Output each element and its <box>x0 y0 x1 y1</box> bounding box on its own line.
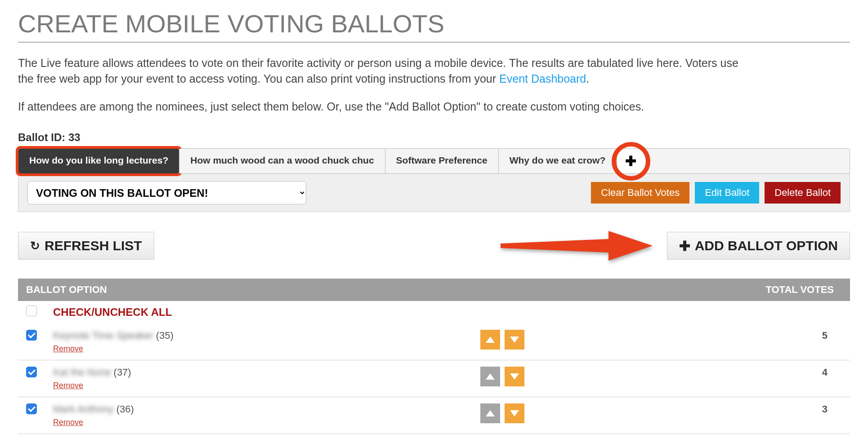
move-down-button[interactable] <box>505 367 524 386</box>
move-up-button[interactable] <box>480 403 500 423</box>
action-row: ↻ REFRESH LIST ✚ ADD BALLOT OPTION <box>18 230 850 261</box>
ballot-id-value: 33 <box>68 131 81 143</box>
move-down-button[interactable] <box>505 403 524 423</box>
total-votes-value: 4 <box>751 360 850 397</box>
ballot-tabs: How do you like long lectures? How much … <box>18 148 850 174</box>
add-option-label: ADD BALLOT OPTION <box>695 238 838 253</box>
check-all-checkbox[interactable] <box>26 306 37 316</box>
add-ballot-tab[interactable]: ✚ <box>617 149 644 173</box>
remove-link[interactable]: Remove <box>53 381 464 390</box>
clear-ballot-votes-button[interactable]: Clear Ballot Votes <box>591 182 689 204</box>
row-checkbox[interactable] <box>26 403 37 414</box>
tab-ballot-0[interactable]: How do you like long lectures? <box>18 149 179 173</box>
tab-ballot-1[interactable]: How much wood can a wood chuck chuc <box>179 149 385 173</box>
arrow-down-icon <box>510 337 519 343</box>
intro-suffix: . <box>586 72 589 85</box>
row-checkbox[interactable] <box>26 367 37 377</box>
option-count: (35) <box>156 330 174 341</box>
delete-ballot-button[interactable]: Delete Ballot <box>765 182 841 204</box>
refresh-list-button[interactable]: ↻ REFRESH LIST <box>18 232 154 260</box>
tab-ballot-2[interactable]: Software Preference <box>385 149 499 173</box>
option-name: Kat the None <box>53 367 111 378</box>
row-checkbox[interactable] <box>26 330 37 341</box>
move-up-button[interactable] <box>480 330 500 350</box>
ballot-options-table: BALLOT OPTION TOTAL VOTES CHECK/UNCHECK … <box>18 279 850 434</box>
arrow-down-icon <box>510 410 519 416</box>
move-up-button[interactable] <box>480 367 500 386</box>
ballot-id: Ballot ID: 33 <box>18 131 850 144</box>
table-row: Kat the None (37) Remove 4 <box>18 360 850 397</box>
remove-link[interactable]: Remove <box>53 344 464 354</box>
ballot-toolbar: VOTING ON THIS BALLOT OPEN! Clear Ballot… <box>18 174 850 212</box>
refresh-icon: ↻ <box>30 239 40 253</box>
arrow-up-icon <box>486 337 495 343</box>
annotation-arrow-icon <box>501 230 653 261</box>
add-ballot-option-button[interactable]: ✚ ADD BALLOT OPTION <box>667 232 850 260</box>
plus-icon: ✚ <box>625 153 636 169</box>
arrow-down-icon <box>510 373 519 380</box>
table-row: Keynote Time Speaker (35) Remove 5 <box>18 323 850 360</box>
refresh-label: REFRESH LIST <box>45 238 142 253</box>
option-name: Mark Anthony <box>53 403 114 415</box>
intro-prefix: The Live feature allows attendees to vot… <box>18 57 738 85</box>
voting-status-select[interactable]: VOTING ON THIS BALLOT OPEN! <box>27 181 306 204</box>
total-votes-value: 5 <box>751 323 850 360</box>
option-count: (36) <box>116 403 134 415</box>
plus-icon: ✚ <box>679 238 690 254</box>
col-header-votes: TOTAL VOTES <box>751 279 850 301</box>
page-title: CREATE MOBILE VOTING BALLOTS <box>18 9 850 43</box>
table-row: Mark Anthony (36) Remove 3 <box>18 397 850 434</box>
total-votes-value: 3 <box>751 397 850 434</box>
intro-text: The Live feature allows attendees to vot… <box>18 55 747 87</box>
svg-marker-0 <box>501 231 653 261</box>
check-all-label[interactable]: CHECK/UNCHECK ALL <box>45 301 850 323</box>
option-name: Keynote Time Speaker <box>53 330 153 341</box>
move-down-button[interactable] <box>505 330 524 350</box>
event-dashboard-link[interactable]: Event Dashboard <box>499 72 586 85</box>
col-header-option: BALLOT OPTION <box>18 279 751 301</box>
remove-link[interactable]: Remove <box>53 418 464 427</box>
edit-ballot-button[interactable]: Edit Ballot <box>695 182 759 204</box>
ballot-id-label: Ballot ID: <box>18 131 65 143</box>
annotation-arrow-wrap <box>154 230 667 261</box>
arrow-up-icon <box>486 373 495 380</box>
tab-ballot-3[interactable]: Why do we eat crow? <box>499 149 617 173</box>
sub-intro-text: If attendees are among the nominees, jus… <box>18 100 850 113</box>
option-count: (37) <box>114 367 131 378</box>
arrow-up-icon <box>486 410 495 416</box>
